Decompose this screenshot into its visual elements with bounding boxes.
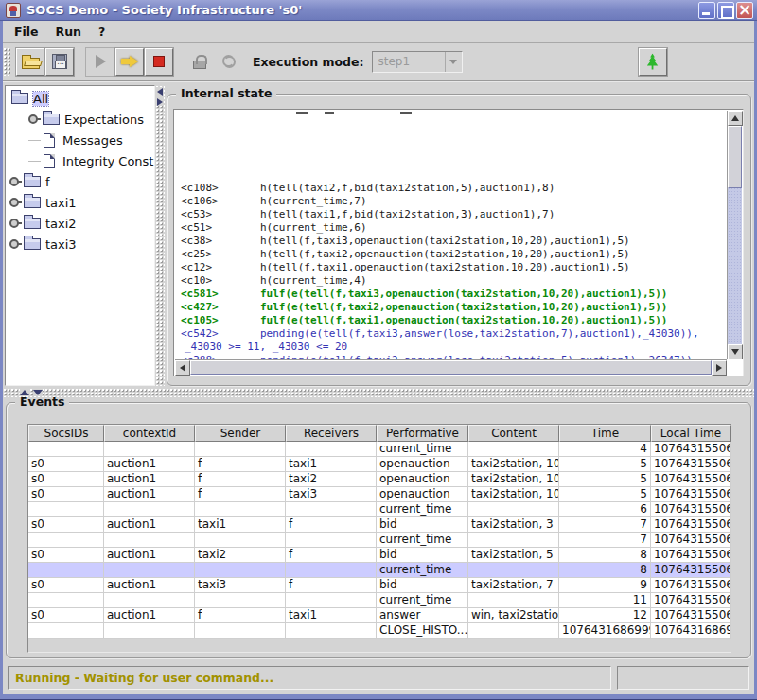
window-border-left — [0, 21, 3, 700]
column-header-local-time[interactable]: Local Time — [651, 425, 731, 442]
table-row[interactable]: s0auction1ftaxi2openauctiontaxi2station,… — [28, 472, 731, 487]
constraint-text: fulf(e(tell(f,taxi2,openauction(taxi2sta… — [260, 301, 667, 313]
column-header-contextid[interactable]: contextId — [104, 425, 195, 442]
tree-item-integrity-constraints[interactable]: Integrity Constraints — [6, 150, 154, 171]
lock-button[interactable] — [185, 48, 214, 76]
open-folder-icon — [22, 58, 40, 69]
step-button[interactable] — [115, 48, 144, 76]
tree-item-f[interactable]: f — [6, 171, 154, 192]
expand-handle-icon[interactable] — [9, 198, 19, 207]
table-cell — [286, 563, 377, 578]
table-cell — [28, 563, 104, 578]
tree-item-label: All — [33, 92, 48, 106]
table-row[interactable]: current_time61076431550644 — [28, 502, 731, 517]
collapse-up-button[interactable] — [20, 389, 29, 396]
expand-handle-icon[interactable] — [9, 219, 19, 228]
play-button[interactable] — [86, 48, 114, 76]
column-header-sender[interactable]: Sender — [195, 425, 286, 442]
tree-item-taxi2[interactable]: taxi2 — [6, 213, 154, 234]
table-cell: 11 — [559, 593, 651, 608]
horizontal-scroll-thumb[interactable] — [190, 360, 712, 375]
sync-arrows-icon — [222, 55, 236, 68]
constraint-text: h(tell(f,taxi3,openauction(taxi2station,… — [260, 235, 630, 247]
society-tree-panel[interactable]: AllExpectationsMessagesIntegrity Constra… — [5, 85, 155, 386]
folder-icon — [24, 197, 41, 208]
toolbar-grip[interactable] — [3, 47, 11, 76]
state-line: <c53>h(tell(taxi1,f,bid(taxi2station,3),… — [181, 208, 727, 221]
table-cell: taxi3 — [286, 487, 377, 502]
folder-icon — [24, 238, 41, 250]
tree-item-all[interactable]: All — [6, 88, 154, 109]
open-button[interactable] — [16, 48, 44, 76]
table-cell: f — [195, 472, 286, 487]
table-cell: 7 — [559, 517, 651, 533]
folder-icon — [24, 218, 41, 229]
table-row[interactable]: s0auction1ftaxi3openauctiontaxi2station,… — [28, 487, 731, 502]
title-bar[interactable]: SOCS Demo - Society Infrastructure 's0' — [0, 0, 757, 21]
tree-item-taxi3[interactable]: taxi3 — [6, 234, 154, 254]
expand-down-button[interactable] — [33, 389, 43, 396]
expand-right-button[interactable] — [156, 97, 164, 106]
column-header-time[interactable]: Time — [559, 425, 651, 442]
internal-state-textarea[interactable]: <c108>h(tell(taxi2,f,bid(taxi2station,5)… — [173, 109, 744, 376]
horizontal-splitter[interactable] — [3, 388, 754, 397]
vertical-scrollbar[interactable] — [727, 111, 742, 359]
table-row[interactable]: current_time81076431550654 — [28, 563, 731, 578]
table-cell: win, taxi2statio... — [468, 608, 559, 623]
table-row[interactable]: s0auction1taxi3fbidtaxi2station, 7910764… — [28, 578, 731, 593]
column-header-content[interactable]: Content — [468, 425, 559, 442]
menu-help[interactable]: ? — [90, 23, 114, 41]
sync-button[interactable] — [215, 48, 243, 76]
expand-handle-icon[interactable] — [9, 239, 19, 249]
close-button[interactable] — [736, 2, 753, 19]
scroll-up-button[interactable] — [728, 111, 743, 126]
column-header-receivers[interactable]: Receivers — [286, 425, 377, 442]
toolbar: Execution mode: step1 — [0, 43, 757, 81]
table-row[interactable]: CLOSE_HISTO...10764316869991076431686999 — [28, 623, 731, 639]
vertical-scroll-thumb[interactable] — [728, 126, 742, 188]
scroll-down-button[interactable] — [728, 344, 743, 359]
save-button[interactable] — [45, 48, 74, 76]
table-row[interactable]: current_time71076431550647 — [28, 533, 731, 548]
minimize-button[interactable] — [698, 2, 715, 19]
column-header-socsids[interactable]: SocsIDs — [28, 425, 104, 442]
society-tree-button[interactable] — [639, 48, 667, 76]
table-cell: 1076431550648 — [651, 548, 731, 563]
vertical-splitter[interactable] — [155, 85, 165, 386]
table-cell: f — [286, 517, 377, 533]
table-row[interactable]: s0auction1taxi2fbidtaxi2station, 5810764… — [28, 548, 731, 563]
table-cell — [195, 563, 286, 578]
expand-handle-icon[interactable] — [9, 177, 19, 186]
horizontal-scrollbar[interactable] — [175, 359, 727, 375]
execution-mode-select[interactable]: step1 — [372, 51, 463, 73]
table-cell: taxi2station, 10... — [468, 472, 559, 487]
table-cell: 4 — [559, 442, 651, 457]
table-cell: taxi2station, 10... — [468, 457, 559, 472]
column-header-performative[interactable]: Performative — [377, 425, 468, 442]
tree-item-messages[interactable]: Messages — [6, 130, 154, 150]
constraint-id: <c12> — [181, 261, 260, 274]
stop-button[interactable] — [145, 48, 173, 76]
table-cell: openauction — [377, 472, 468, 487]
scroll-right-button[interactable] — [712, 360, 727, 376]
menu-run[interactable]: Run — [47, 23, 90, 41]
expand-handle-icon[interactable] — [28, 114, 38, 124]
tree-item-taxi1[interactable]: taxi1 — [6, 192, 154, 213]
table-row[interactable]: s0auction1ftaxi1answerwin, taxi2statio..… — [28, 608, 731, 623]
table-row[interactable]: current_time41076431550604 — [28, 442, 731, 457]
scroll-left-button[interactable] — [175, 360, 190, 376]
collapse-left-button[interactable] — [156, 87, 164, 96]
maximize-button[interactable] — [717, 2, 734, 19]
events-table[interactable]: SocsIDscontextIdSenderReceiversPerformat… — [27, 424, 731, 653]
table-row[interactable]: current_time111076431550657 — [28, 593, 731, 608]
tree-item-expectations[interactable]: Expectations — [6, 109, 154, 130]
combo-arrow-button[interactable] — [445, 52, 462, 72]
execution-mode-value: step1 — [373, 55, 445, 68]
table-cell — [286, 533, 377, 548]
state-line: <c108>h(tell(taxi2,f,bid(taxi2station,5)… — [181, 182, 727, 195]
menu-file[interactable]: File — [6, 23, 47, 41]
state-line: <c106>h(current_time,7) — [181, 195, 727, 208]
table-row[interactable]: s0auction1taxi1fbidtaxi2station, 3710764… — [28, 517, 731, 533]
table-row[interactable]: s0auction1ftaxi1openauctiontaxi2station,… — [28, 457, 731, 472]
folder-icon — [11, 93, 28, 104]
